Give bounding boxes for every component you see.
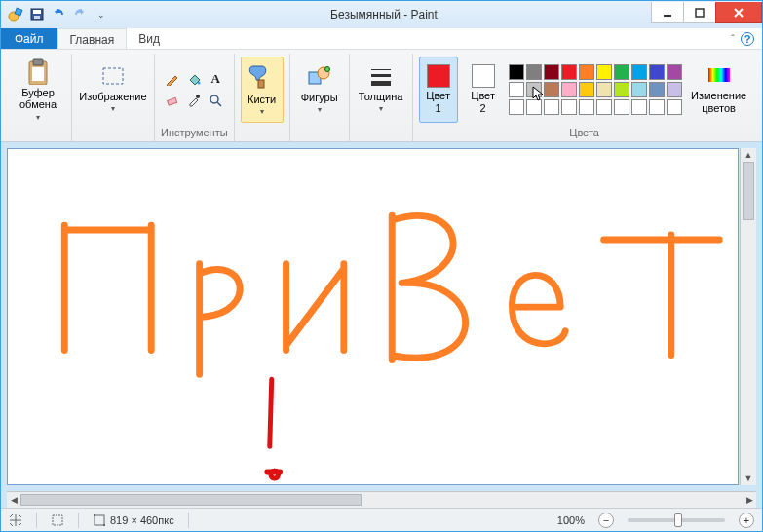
palette-swatch[interactable]	[579, 82, 594, 97]
tab-view[interactable]: Вид	[127, 28, 172, 49]
palette-swatch[interactable]	[561, 64, 577, 80]
size-label: Толщина	[359, 91, 403, 102]
clipboard-button[interactable]: Буфер обмена ▾	[11, 57, 65, 123]
clipboard-icon	[25, 57, 51, 86]
palette-swatch[interactable]	[509, 99, 524, 115]
help-icon[interactable]: ?	[741, 32, 754, 46]
close-button[interactable]	[715, 2, 762, 23]
svg-rect-22	[708, 68, 730, 82]
group-shapes: Фигуры ▾	[290, 54, 350, 141]
svg-rect-20	[371, 74, 391, 77]
zoom-slider-knob[interactable]	[674, 513, 682, 527]
cursor-icon	[532, 86, 546, 103]
vertical-scrollbar[interactable]: ▲ ▼	[740, 148, 756, 485]
selection-icon	[51, 513, 64, 527]
palette-swatch[interactable]	[596, 99, 612, 115]
maximize-button[interactable]	[683, 2, 716, 23]
pencil-tool[interactable]	[163, 69, 182, 89]
scroll-right-icon[interactable]: ▶	[743, 495, 756, 505]
palette-swatch[interactable]	[614, 82, 629, 97]
group-tools: A Инструменты	[155, 54, 235, 141]
chevron-down-icon: ▾	[111, 104, 115, 113]
paint-window: ⌄ Безымянный - Paint Файл Главная Вид ˆ …	[0, 0, 763, 532]
scroll-left-icon[interactable]: ◀	[7, 495, 20, 505]
palette-swatch[interactable]	[631, 82, 647, 97]
palette-swatch[interactable]	[544, 82, 559, 97]
palette-swatch[interactable]	[667, 99, 682, 115]
vscroll-thumb[interactable]	[743, 162, 754, 220]
size-button[interactable]: Толщина ▾	[356, 57, 406, 123]
qat-customize-icon[interactable]: ⌄	[93, 6, 110, 23]
scroll-up-icon[interactable]: ▲	[741, 148, 756, 162]
zoom-out-button[interactable]: −	[598, 513, 614, 528]
brushes-label: Кисти	[248, 94, 276, 105]
group-colors: Цвет 1 Цвет 2 Изменение цветов Цвета	[413, 54, 756, 141]
select-icon	[100, 65, 126, 89]
palette-swatch[interactable]	[667, 64, 682, 80]
brush-icon	[248, 62, 276, 92]
eraser-tool[interactable]	[163, 91, 182, 110]
app-icon	[7, 6, 24, 23]
fill-tool[interactable]	[184, 69, 204, 89]
group-size: Толщина ▾	[350, 54, 413, 141]
palette-swatch[interactable]	[561, 82, 577, 97]
palette-swatch[interactable]	[509, 64, 524, 80]
magnifier-tool[interactable]	[206, 91, 225, 110]
palette-swatch[interactable]	[649, 82, 665, 97]
horizontal-scrollbar[interactable]: ◀ ▶	[7, 491, 756, 508]
color1-button[interactable]: Цвет 1	[419, 57, 458, 123]
minimize-button[interactable]	[651, 2, 684, 23]
svg-rect-21	[371, 81, 391, 86]
palette-swatch[interactable]	[526, 64, 542, 80]
svg-rect-12	[168, 97, 177, 105]
svg-rect-6	[696, 9, 704, 17]
palette-swatch[interactable]	[579, 99, 594, 115]
brushes-button[interactable]: Кисти ▾	[241, 57, 284, 123]
palette-swatch[interactable]	[631, 64, 647, 80]
scroll-down-icon[interactable]: ▼	[741, 472, 756, 485]
palette-swatch[interactable]	[544, 99, 559, 115]
tab-home[interactable]: Главная	[57, 28, 128, 49]
svg-point-11	[198, 81, 201, 84]
hscroll-thumb[interactable]	[20, 494, 362, 506]
undo-icon[interactable]	[50, 6, 67, 23]
palette-swatch[interactable]	[614, 64, 629, 80]
palette-swatch[interactable]	[544, 64, 559, 80]
palette-swatch[interactable]	[649, 64, 665, 80]
shapes-button[interactable]: Фигуры ▾	[296, 57, 343, 123]
svg-point-18	[324, 66, 329, 71]
palette-swatch[interactable]	[614, 99, 629, 115]
chevron-down-icon: ▾	[318, 105, 322, 114]
canvas[interactable]	[7, 148, 739, 485]
palette-swatch[interactable]	[596, 82, 612, 97]
palette-swatch[interactable]	[667, 82, 682, 97]
canvas-area: ▲ ▼	[1, 142, 762, 491]
color-picker-tool[interactable]	[184, 91, 204, 110]
svg-rect-4	[34, 16, 40, 19]
cursor-position	[9, 513, 22, 527]
palette-swatch[interactable]	[631, 99, 647, 115]
title-bar: ⌄ Безымянный - Paint	[1, 1, 762, 28]
position-icon	[9, 513, 22, 527]
save-icon[interactable]	[28, 6, 46, 23]
quick-access-toolbar: ⌄	[1, 6, 116, 23]
palette-swatch[interactable]	[649, 99, 665, 115]
color2-button[interactable]: Цвет 2	[464, 57, 503, 123]
redo-icon[interactable]	[71, 6, 89, 23]
image-select-button[interactable]: Изображение ▾	[78, 57, 148, 123]
canvas-dimensions: 819 × 460пкс	[93, 513, 174, 527]
zoom-slider[interactable]	[628, 518, 725, 522]
text-tool[interactable]: A	[206, 69, 225, 89]
zoom-in-button[interactable]: +	[739, 513, 754, 528]
svg-rect-9	[32, 67, 44, 81]
palette-swatch[interactable]	[579, 64, 594, 80]
edit-colors-button[interactable]: Изменение цветов	[688, 57, 750, 123]
tools-group-label: Инструменты	[161, 125, 228, 141]
palette-swatch[interactable]	[509, 82, 524, 97]
file-menu[interactable]: Файл	[1, 28, 57, 49]
palette-swatch[interactable]	[596, 64, 612, 80]
palette-swatch[interactable]	[561, 99, 577, 115]
group-brushes: Кисти ▾	[235, 54, 290, 141]
ribbon-collapse-icon[interactable]: ˆ	[731, 33, 735, 45]
svg-rect-24	[95, 515, 104, 525]
